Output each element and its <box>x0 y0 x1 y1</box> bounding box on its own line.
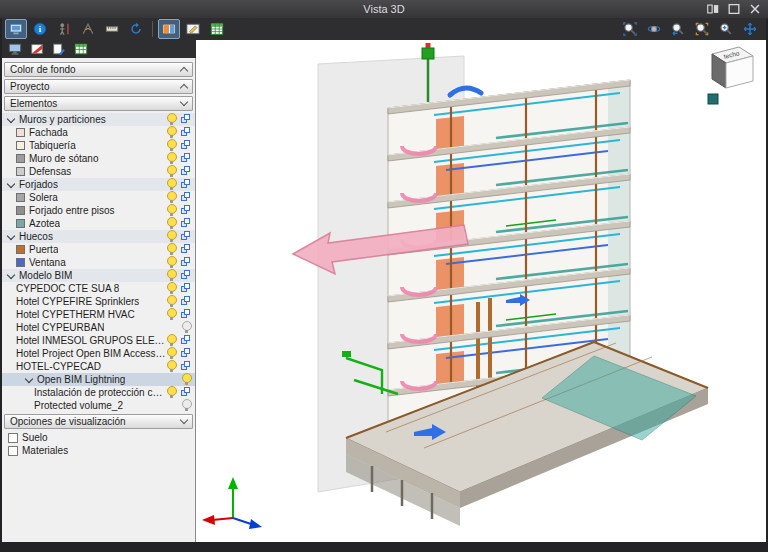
grid-button[interactable] <box>206 19 228 39</box>
display-button[interactable] <box>5 41 25 57</box>
visibility-checkbox[interactable] <box>16 245 25 254</box>
bulb-icon[interactable] <box>167 152 177 162</box>
tree-row[interactable]: CYPEDOC CTE SUA 8 <box>2 282 195 295</box>
tree-row[interactable]: Muro de sótano <box>2 152 195 165</box>
bulb-icon[interactable] <box>167 113 177 123</box>
layers-icon[interactable] <box>181 335 192 346</box>
bulb-icon[interactable] <box>167 386 177 396</box>
visibility-checkbox[interactable] <box>16 206 25 215</box>
chevron-down-icon[interactable] <box>7 179 15 187</box>
tree-row[interactable]: Ventana <box>2 256 195 269</box>
checkbox[interactable] <box>8 433 18 443</box>
bulb-icon[interactable] <box>167 165 177 175</box>
section-header-display-options[interactable]: Opciones de visualización <box>4 414 193 429</box>
tree-row[interactable]: Azotea <box>2 217 195 230</box>
split-view-button[interactable] <box>158 19 180 39</box>
bulb-icon[interactable] <box>167 191 177 201</box>
visibility-checkbox[interactable] <box>16 154 25 163</box>
layers-icon[interactable] <box>181 361 192 372</box>
section-header-elements[interactable]: Elementos <box>4 96 193 111</box>
rotate-view-button[interactable] <box>125 19 147 39</box>
layers-icon[interactable] <box>181 257 192 268</box>
bulb-icon[interactable] <box>182 373 192 383</box>
layers-icon[interactable] <box>181 296 192 307</box>
layers-icon[interactable] <box>181 205 192 216</box>
bulb-icon[interactable] <box>167 295 177 305</box>
layers-icon[interactable] <box>181 192 192 203</box>
tree-row[interactable]: Solera <box>2 191 195 204</box>
visibility-checkbox[interactable] <box>16 141 25 150</box>
bulb-icon[interactable] <box>167 204 177 214</box>
dock-button[interactable] <box>703 1 723 16</box>
viewport-3d[interactable]: techo <box>196 40 766 542</box>
zoom-window-button[interactable] <box>619 19 641 39</box>
layers-icon[interactable] <box>181 283 192 294</box>
layers-icon[interactable] <box>181 348 192 359</box>
chevron-down-icon[interactable] <box>7 270 15 278</box>
layers-icon[interactable] <box>181 387 192 398</box>
section-header-background[interactable]: Color de fondo <box>4 62 193 77</box>
chevron-down-icon[interactable] <box>7 114 15 122</box>
chevron-down-icon[interactable] <box>25 374 33 382</box>
bulb-icon[interactable] <box>182 399 192 409</box>
save-view-button[interactable] <box>5 19 27 39</box>
bulb-icon[interactable] <box>182 321 192 331</box>
zoom-previous-button[interactable] <box>667 19 689 39</box>
visibility-checkbox[interactable] <box>16 219 25 228</box>
tree-group-row[interactable]: Huecos <box>2 230 195 243</box>
tree-row[interactable]: Instalación de protección contra el rayo… <box>2 386 195 399</box>
bulb-icon[interactable] <box>167 126 177 136</box>
tree-row[interactable]: Hotel INMESOL GRUPOS ELECTRÓGENOS <box>2 334 195 347</box>
layers-icon[interactable] <box>181 153 192 164</box>
orbit-button[interactable] <box>643 19 665 39</box>
pan-button[interactable] <box>739 19 761 39</box>
tree-row[interactable]: Puerta <box>2 243 195 256</box>
zoom-in-button[interactable] <box>715 19 737 39</box>
layers-icon[interactable] <box>181 309 192 320</box>
tree-row[interactable]: Hotel Project Open BIM Accessibility <box>2 347 195 360</box>
option-row[interactable]: Suelo <box>2 431 195 444</box>
table-button[interactable] <box>71 41 91 57</box>
tree-group-row[interactable]: Modelo BIM <box>2 269 195 282</box>
bulb-icon[interactable] <box>167 243 177 253</box>
edit-view-button[interactable] <box>182 19 204 39</box>
section-header-project[interactable]: Proyecto <box>4 79 193 94</box>
bulb-icon[interactable] <box>167 256 177 266</box>
bulb-icon[interactable] <box>167 269 177 279</box>
chevron-down-icon[interactable] <box>7 231 15 239</box>
measure-tape-button[interactable] <box>101 19 123 39</box>
tree-group-row[interactable]: Muros y particiones <box>2 113 195 126</box>
bulb-icon[interactable] <box>167 334 177 344</box>
tree-row[interactable]: Forjado entre pisos <box>2 204 195 217</box>
option-row[interactable]: Materiales <box>2 444 195 457</box>
tree-row[interactable]: Hotel CYPETHERM HVAC <box>2 308 195 321</box>
note-button[interactable] <box>49 41 69 57</box>
layers-icon[interactable] <box>181 140 192 151</box>
tree-row[interactable]: Tabiquería <box>2 139 195 152</box>
bulb-icon[interactable] <box>167 308 177 318</box>
view-cube-down-indicator[interactable] <box>708 94 718 104</box>
bulb-icon[interactable] <box>167 139 177 149</box>
layers-icon[interactable] <box>181 244 192 255</box>
layers-icon[interactable] <box>181 166 192 177</box>
bulb-icon[interactable] <box>167 217 177 227</box>
zoom-extents-button[interactable] <box>691 19 713 39</box>
tree-row[interactable]: Hotel CYPEURBAN <box>2 321 195 334</box>
bulb-icon[interactable] <box>167 230 177 240</box>
tree-group-row[interactable]: Open BIM Lightning <box>2 373 195 386</box>
bulb-icon[interactable] <box>167 282 177 292</box>
layers-icon[interactable] <box>181 127 192 138</box>
maximize-button[interactable] <box>724 1 744 16</box>
visibility-checkbox[interactable] <box>16 128 25 137</box>
tag-button[interactable] <box>27 41 47 57</box>
layers-icon[interactable] <box>181 179 192 190</box>
info-button[interactable]: i <box>29 19 51 39</box>
visibility-checkbox[interactable] <box>16 167 25 176</box>
checkbox[interactable] <box>8 446 18 456</box>
layers-icon[interactable] <box>181 231 192 242</box>
tree-group-row[interactable]: Forjados <box>2 178 195 191</box>
layers-icon[interactable] <box>181 270 192 281</box>
tree-row[interactable]: Hotel CYPEFIRE Sprinklers <box>2 295 195 308</box>
close-button[interactable] <box>745 1 765 16</box>
view-cube[interactable]: techo <box>708 47 753 104</box>
